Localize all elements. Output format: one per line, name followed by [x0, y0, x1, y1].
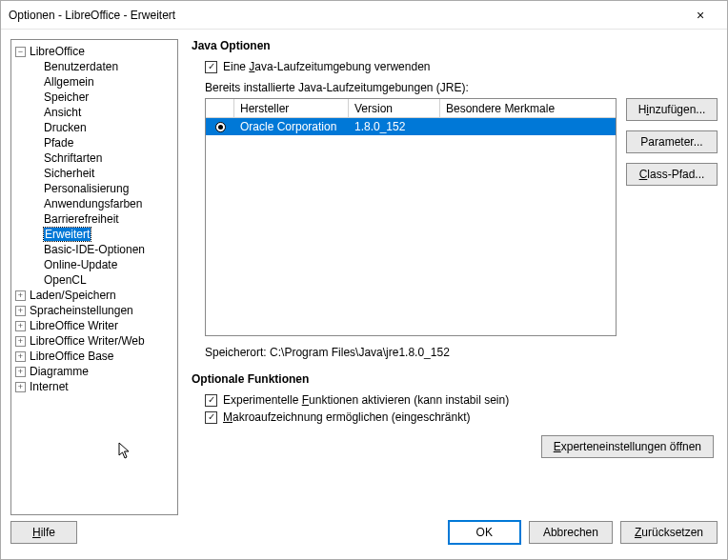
- category-tree[interactable]: − LibreOffice BenutzerdatenAllgemeinSpei…: [10, 39, 178, 515]
- macro-label: Makroaufzeichnung ermöglichen (eingeschr…: [223, 410, 470, 424]
- optional-section-title: Optionale Funktionen: [192, 372, 718, 386]
- dialog-footer: Hilfe OK Abbrechen Zurücksetzen: [1, 515, 727, 559]
- collapse-icon[interactable]: −: [15, 47, 26, 57]
- tree-item[interactable]: Benutzerdaten: [13, 59, 175, 74]
- use-jre-checkbox[interactable]: [205, 61, 217, 73]
- tree-item[interactable]: Ansicht: [13, 105, 175, 120]
- installed-jre-label: Bereits installierte Java-Laufzeitumgebu…: [205, 81, 718, 94]
- experimental-checkbox[interactable]: [205, 394, 217, 407]
- tree-item[interactable]: Schriftarten: [13, 150, 175, 166]
- expert-settings-button[interactable]: Experteneinstellungen öffnen: [541, 435, 714, 458]
- tree-item[interactable]: Pfade: [13, 135, 175, 150]
- macro-checkbox[interactable]: [205, 411, 217, 424]
- expand-icon[interactable]: +: [15, 290, 26, 301]
- java-section-title: Java Optionen: [192, 39, 718, 52]
- jre-side-buttons: Hinzufügen... Parameter... Class-Pfad...: [626, 98, 718, 336]
- use-jre-label: Eine Java-Laufzeitumgebung verwenden: [223, 60, 430, 73]
- expand-icon[interactable]: +: [15, 336, 26, 347]
- tree-item[interactable]: Online-Update: [13, 257, 175, 272]
- tree-group[interactable]: +Internet: [13, 379, 175, 394]
- tree-item[interactable]: Speicher: [13, 90, 175, 105]
- tree-group[interactable]: +LibreOffice Writer/Web: [13, 333, 175, 349]
- col-version[interactable]: Version: [349, 99, 440, 117]
- col-radio: [206, 99, 234, 117]
- ok-button[interactable]: OK: [448, 520, 521, 545]
- jre-location: Speicherort: C:\Program Files\Java\jre1.…: [205, 346, 718, 359]
- tree-item[interactable]: Drucken: [13, 120, 175, 135]
- expand-icon[interactable]: +: [15, 321, 26, 331]
- tree-item[interactable]: Allgemein: [13, 74, 175, 90]
- experimental-label: Experimentelle Funktionen aktivieren (ka…: [223, 393, 509, 407]
- use-jre-checkbox-row[interactable]: Eine Java-Laufzeitumgebung verwenden: [205, 60, 718, 73]
- tree-group[interactable]: +LibreOffice Base: [13, 349, 175, 364]
- jre-table[interactable]: Hersteller Version Besondere Merkmale Or…: [205, 98, 617, 336]
- tree-item[interactable]: Basic-IDE-Optionen: [13, 242, 175, 257]
- tree-item[interactable]: Barrierefreiheit: [13, 211, 175, 227]
- classpath-button[interactable]: Class-Pfad...: [626, 163, 718, 186]
- experimental-row[interactable]: Experimentelle Funktionen aktivieren (ka…: [205, 393, 718, 407]
- expand-icon[interactable]: +: [15, 351, 26, 362]
- macro-row[interactable]: Makroaufzeichnung ermöglichen (eingeschr…: [205, 410, 718, 424]
- col-features[interactable]: Besondere Merkmale: [440, 99, 616, 117]
- titlebar: Optionen - LibreOffice - Erweitert ×: [1, 1, 727, 30]
- tree-root-libreoffice[interactable]: − LibreOffice: [13, 44, 175, 59]
- reset-button[interactable]: Zurücksetzen: [620, 521, 718, 544]
- tree-item[interactable]: Anwendungsfarben: [13, 196, 175, 211]
- cancel-button[interactable]: Abbrechen: [529, 521, 613, 544]
- dialog-body: − LibreOffice BenutzerdatenAllgemeinSpei…: [1, 30, 727, 515]
- add-jre-button[interactable]: Hinzufügen...: [626, 98, 718, 121]
- tree-group[interactable]: +Spracheinstellungen: [13, 303, 175, 318]
- jre-version: 1.8.0_152: [349, 120, 440, 133]
- col-manufacturer[interactable]: Hersteller: [234, 99, 349, 117]
- content-panel: Java Optionen Eine Java-Laufzeitumgebung…: [192, 39, 718, 515]
- expand-icon[interactable]: +: [15, 367, 26, 377]
- tree-item[interactable]: Sicherheit: [13, 166, 175, 181]
- tree-item[interactable]: OpenCL: [13, 272, 175, 288]
- jre-row-selected[interactable]: Oracle Corporation 1.8.0_152: [206, 118, 616, 135]
- tree-item[interactable]: Erweitert: [13, 227, 175, 242]
- tree-group[interactable]: +Diagramme: [13, 364, 175, 379]
- window-title: Optionen - LibreOffice - Erweitert: [9, 9, 681, 22]
- tree-item[interactable]: Personalisierung: [13, 181, 175, 196]
- jre-table-header: Hersteller Version Besondere Merkmale: [206, 99, 616, 118]
- help-button[interactable]: Hilfe: [10, 521, 77, 544]
- expand-icon[interactable]: +: [15, 306, 26, 316]
- jre-manufacturer: Oracle Corporation: [234, 120, 349, 133]
- tree-group[interactable]: +LibreOffice Writer: [13, 318, 175, 333]
- tree-group[interactable]: +Laden/Speichern: [13, 288, 175, 303]
- close-icon[interactable]: ×: [681, 8, 719, 23]
- expand-icon[interactable]: +: [15, 382, 26, 392]
- jre-radio-icon[interactable]: [215, 122, 226, 132]
- options-dialog: Optionen - LibreOffice - Erweitert × − L…: [0, 0, 728, 560]
- parameters-button[interactable]: Parameter...: [626, 130, 718, 153]
